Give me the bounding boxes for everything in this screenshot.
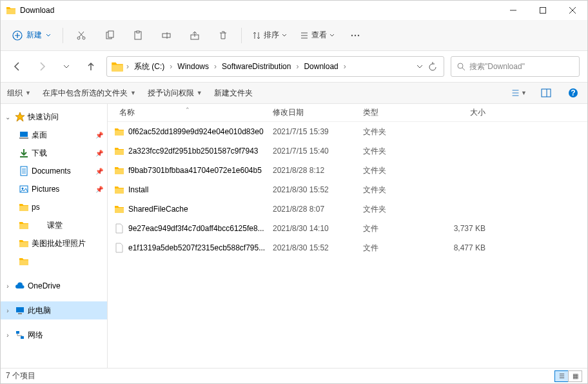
chevron-right-icon: › (213, 62, 218, 71)
organize-menu[interactable]: 组织▼ (7, 88, 31, 99)
file-type: 文件夹 (363, 165, 434, 176)
col-type[interactable]: 类型 (363, 107, 434, 118)
up-button[interactable] (82, 57, 100, 76)
sidebar-this-pc[interactable]: › 此电脑 (1, 301, 107, 319)
folder-icon (111, 60, 124, 73)
cut-button[interactable] (68, 24, 94, 47)
chevron-down-icon (329, 33, 335, 38)
new-button[interactable]: 新建 (6, 26, 57, 45)
new-folder-button[interactable]: 新建文件夹 (214, 88, 253, 99)
chevron-right-icon: › (342, 62, 348, 71)
svg-rect-14 (542, 89, 551, 97)
svg-rect-19 (19, 137, 28, 139)
search-input[interactable]: 搜索"Download" (451, 56, 580, 77)
crumb-item[interactable]: Windows (173, 57, 213, 76)
table-row[interactable]: 9e27eac949df3f4c7d0aff4bcc6125fe8...2021… (108, 219, 587, 238)
col-date[interactable]: 修改日期 (273, 107, 363, 118)
sidebar-item[interactable]: 美图批处理照片 (1, 234, 107, 252)
file-date: 2021/7/15 15:39 (273, 127, 363, 136)
expand-icon[interactable]: › (3, 332, 12, 339)
thumb-view-button[interactable]: ▦ (568, 370, 582, 382)
organize-bar: 组织▼ 在库中包含所选的文件夹▼ 授予访问权限▼ 新建文件夹 ▼ ? (1, 82, 587, 104)
expand-icon[interactable]: › (3, 283, 12, 290)
chevron-right-icon: › (125, 62, 130, 71)
help-button[interactable]: ? (565, 85, 581, 101)
pin-icon: 📌 (95, 186, 103, 193)
expand-icon[interactable]: ⌄ (3, 114, 12, 121)
cloud-icon (15, 281, 25, 291)
delete-button[interactable] (210, 24, 236, 47)
search-icon (456, 62, 466, 71)
recent-button[interactable] (57, 57, 75, 76)
svg-rect-26 (21, 336, 24, 339)
sidebar-item[interactable]: Pictures📌 (1, 180, 107, 198)
share-button[interactable] (182, 24, 208, 47)
view-button[interactable]: 查看 (295, 26, 340, 45)
download-icon (19, 148, 29, 158)
table-row[interactable]: SharedFileCache2021/8/28 8:07文件夹 (108, 199, 587, 219)
sidebar-quick-access[interactable]: ⌄ 快速访问 (1, 108, 107, 126)
svg-rect-24 (18, 313, 22, 314)
sidebar-item[interactable]: ps (1, 198, 107, 216)
back-button[interactable] (8, 57, 26, 76)
file-name: f9bab7301bfbbaa41704e072e1e604b5 (128, 166, 262, 175)
more-button[interactable] (342, 24, 368, 47)
trash-icon (218, 30, 228, 41)
col-size[interactable]: 大小 (434, 107, 498, 118)
sidebar-item-label: 桌面 (32, 130, 47, 141)
file-name: SharedFileCache (128, 205, 188, 214)
svg-text:?: ? (571, 88, 575, 97)
table-row[interactable]: 0f62ac52dd1899e9d924e04e010d83e02021/7/1… (108, 122, 587, 141)
svg-point-12 (358, 34, 359, 35)
view-options-button[interactable]: ▼ (511, 85, 527, 101)
file-type: 文件夹 (363, 204, 434, 215)
sidebar-item-label: 课堂 (32, 220, 63, 231)
details-view-button[interactable]: ☰ (554, 370, 569, 382)
file-date: 2021/8/30 15:52 (273, 243, 363, 252)
copy-icon (104, 30, 115, 41)
view-label: 查看 (311, 30, 327, 41)
maximize-button[interactable] (528, 1, 558, 20)
pin-icon: 📌 (95, 168, 103, 175)
crumb-item[interactable]: SoftwareDistribution (218, 57, 295, 76)
table-row[interactable]: e1f1319a5deb5207f2315ecb588cf795...2021/… (108, 238, 587, 258)
chevron-down-icon (282, 33, 287, 38)
sidebar-item[interactable]: 下载📌 (1, 144, 107, 162)
breadcrumb[interactable]: › 系统 (C:) › Windows › SoftwareDistributi… (106, 56, 444, 77)
expand-icon[interactable]: › (3, 307, 12, 314)
preview-pane-button[interactable] (538, 85, 554, 101)
sidebar-onedrive[interactable]: › OneDrive (1, 277, 107, 295)
svg-rect-8 (162, 34, 170, 37)
crumb-item[interactable]: Download (300, 57, 342, 76)
close-button[interactable] (558, 1, 587, 20)
rename-button[interactable] (153, 24, 179, 47)
table-row[interactable]: f9bab7301bfbbaa41704e072e1e604b52021/8/2… (108, 161, 587, 180)
include-library-menu[interactable]: 在库中包含所选的文件夹▼ (43, 88, 136, 99)
forward-button[interactable] (33, 57, 51, 76)
crumb-item[interactable]: 系统 (C:) (130, 57, 168, 76)
table-row[interactable]: 2a323fcc92df2951bb2501587c9f79432021/7/1… (108, 141, 587, 161)
grant-access-menu[interactable]: 授予访问权限▼ (148, 88, 202, 99)
pc-icon (15, 305, 25, 316)
folder-icon (114, 146, 124, 156)
sidebar-network[interactable]: › 网络 (1, 326, 107, 344)
col-name[interactable]: 名称⌃ (108, 107, 273, 118)
sidebar-item[interactable] (1, 252, 107, 270)
sidebar-item-label: 美图批处理照片 (32, 238, 86, 249)
table-row[interactable]: Install2021/8/30 15:52文件夹 (108, 180, 587, 199)
file-name: Install (128, 185, 148, 194)
sidebar-item-label: Documents (32, 167, 71, 176)
sidebar-item[interactable]: 课堂 (1, 216, 107, 234)
copy-button[interactable] (97, 24, 122, 47)
minimize-button[interactable] (498, 1, 528, 20)
sidebar-item[interactable]: Documents📌 (1, 162, 107, 180)
file-name: 2a323fcc92df2951bb2501587c9f7943 (128, 147, 259, 156)
chevron-down-icon[interactable] (416, 63, 423, 70)
file-date: 2021/7/15 15:40 (273, 147, 363, 156)
sidebar-item[interactable]: 桌面📌 (1, 126, 107, 144)
paste-button[interactable] (125, 24, 151, 47)
sort-button[interactable]: 排序 (247, 26, 292, 45)
sidebar-item-label: 下载 (32, 148, 47, 159)
refresh-icon[interactable] (428, 62, 437, 71)
file-size: 8,477 KB (434, 243, 498, 252)
